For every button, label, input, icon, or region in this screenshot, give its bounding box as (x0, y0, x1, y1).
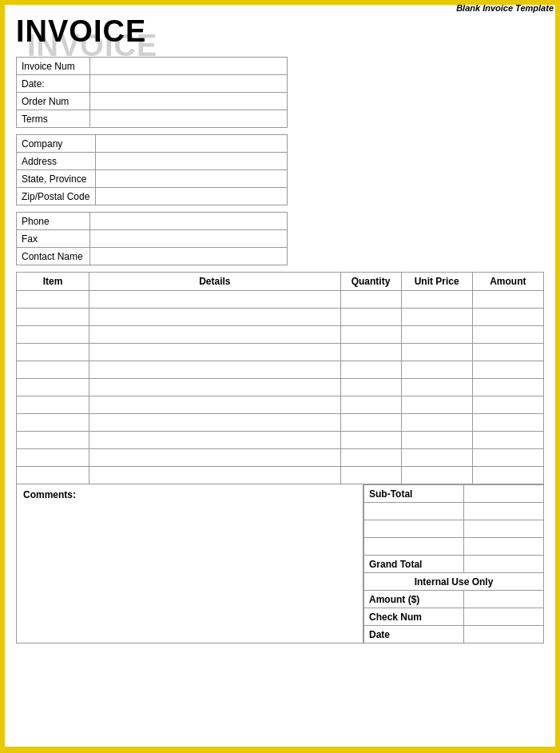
phone-value[interactable] (90, 213, 288, 230)
item-row-9-cell-2[interactable] (340, 449, 401, 467)
blank-value-1[interactable] (464, 503, 544, 520)
comments-area[interactable]: Comments: (16, 484, 363, 643)
grand-total-value[interactable] (464, 556, 544, 573)
item-row-1-cell-0[interactable] (17, 309, 89, 326)
contact-name-row: Contact Name (17, 248, 288, 265)
item-row-1-cell-3[interactable] (401, 309, 472, 326)
check-row: Check Num (364, 608, 544, 626)
item-row-5-cell-3[interactable] (401, 379, 472, 396)
amount-row: Amount ($) (364, 591, 544, 608)
item-row-7-cell-3[interactable] (401, 414, 472, 432)
item-row-0-cell-4[interactable] (472, 291, 543, 309)
item-row-8-cell-0[interactable] (17, 432, 89, 449)
item-row-8-cell-3[interactable] (401, 432, 472, 449)
item-row-1-cell-1[interactable] (89, 309, 340, 326)
item-row-4-cell-0[interactable] (17, 361, 89, 379)
item-row-6-cell-2[interactable] (340, 396, 401, 414)
phone-label: Phone (17, 213, 90, 230)
phone-row: Phone (17, 213, 288, 230)
subtotal-label: Sub-Total (364, 485, 464, 503)
inner-content: INVOICE INVOICE Invoice Num Date: Order … (5, 5, 555, 747)
col-header-amount: Amount (472, 273, 543, 291)
item-row-7-cell-2[interactable] (340, 414, 401, 432)
blank-label-3 (364, 538, 464, 556)
item-row-10-cell-0[interactable] (17, 467, 89, 484)
item-row-5-cell-1[interactable] (89, 379, 340, 396)
item-row-4-cell-2[interactable] (340, 361, 401, 379)
item-row-10-cell-4[interactable] (472, 467, 543, 484)
item-row-7-cell-4[interactable] (472, 414, 543, 432)
item-row-2-cell-1[interactable] (89, 326, 340, 344)
order-num-value[interactable] (90, 93, 288, 110)
blank-label-2 (364, 520, 464, 538)
item-row-1-cell-4[interactable] (472, 309, 543, 326)
item-row-2-cell-3[interactable] (401, 326, 472, 344)
item-row-6-cell-0[interactable] (17, 396, 89, 414)
page-wrapper: Blank Invoice Template INVOICE INVOICE I… (0, 0, 560, 753)
amount-label: Amount ($) (364, 591, 464, 608)
date-label: Date: (17, 75, 90, 93)
date-value[interactable] (90, 75, 288, 93)
item-row-9-cell-3[interactable] (401, 449, 472, 467)
amount-value[interactable] (464, 591, 544, 608)
col-header-item: Item (17, 273, 89, 291)
item-row-2-cell-0[interactable] (17, 326, 89, 344)
item-row-8-cell-1[interactable] (89, 432, 340, 449)
item-row-9-cell-1[interactable] (89, 449, 340, 467)
address-value[interactable] (95, 153, 287, 170)
col-header-details: Details (89, 273, 340, 291)
items-table: Item Details Quantity Unit Price Amount (16, 272, 544, 484)
state-value[interactable] (95, 170, 287, 188)
item-row-2-cell-2[interactable] (340, 326, 401, 344)
items-header-row: Item Details Quantity Unit Price Amount (17, 273, 544, 291)
subtotal-value[interactable] (464, 485, 544, 503)
item-row-3-cell-4[interactable] (472, 344, 543, 361)
blank-row-2 (364, 520, 544, 538)
item-row-6-cell-4[interactable] (472, 396, 543, 414)
contact-name-value[interactable] (90, 248, 288, 265)
check-label: Check Num (364, 608, 464, 626)
item-row-5-cell-4[interactable] (472, 379, 543, 396)
totals-date-value[interactable] (464, 626, 544, 643)
terms-value[interactable] (90, 110, 288, 128)
fax-value[interactable] (90, 230, 288, 248)
company-value[interactable] (95, 135, 287, 153)
blank-value-3[interactable] (464, 538, 544, 556)
item-row-8-cell-4[interactable] (472, 432, 543, 449)
bottom-section: Comments: Sub-Total (16, 484, 544, 643)
item-row-3-cell-3[interactable] (401, 344, 472, 361)
item-row-4-cell-1[interactable] (89, 361, 340, 379)
item-row-9-cell-0[interactable] (17, 449, 89, 467)
item-row-10-cell-1[interactable] (89, 467, 340, 484)
grand-total-label: Grand Total (364, 556, 464, 573)
item-row-0-cell-1[interactable] (89, 291, 340, 309)
item-row-3-cell-2[interactable] (340, 344, 401, 361)
item-row-6-cell-1[interactable] (89, 396, 340, 414)
item-row-5-cell-0[interactable] (17, 379, 89, 396)
item-row-0-cell-0[interactable] (17, 291, 89, 309)
item-row-2-cell-4[interactable] (472, 326, 543, 344)
item-row-4-cell-3[interactable] (401, 361, 472, 379)
item-row-10-cell-3[interactable] (401, 467, 472, 484)
item-row-3-cell-1[interactable] (89, 344, 340, 361)
zip-value[interactable] (95, 188, 287, 205)
subtotal-row: Sub-Total (364, 485, 544, 503)
item-row-7-cell-1[interactable] (89, 414, 340, 432)
item-row-0-cell-3[interactable] (401, 291, 472, 309)
item-row-1-cell-2[interactable] (340, 309, 401, 326)
item-row-5-cell-2[interactable] (340, 379, 401, 396)
item-row-9-cell-4[interactable] (472, 449, 543, 467)
blank-value-2[interactable] (464, 520, 544, 538)
check-value[interactable] (464, 608, 544, 626)
item-row-8-cell-2[interactable] (340, 432, 401, 449)
item-row-0-cell-2[interactable] (340, 291, 401, 309)
item-row-3-cell-0[interactable] (17, 344, 89, 361)
blank-label-1 (364, 503, 464, 520)
date-row: Date: (17, 75, 288, 93)
item-row-4-cell-4[interactable] (472, 361, 543, 379)
item-row-7-cell-0[interactable] (17, 414, 89, 432)
company-row: Company (17, 135, 288, 153)
item-row-10-cell-2[interactable] (340, 467, 401, 484)
internal-use-label: Internal Use Only (364, 573, 544, 591)
item-row-6-cell-3[interactable] (401, 396, 472, 414)
